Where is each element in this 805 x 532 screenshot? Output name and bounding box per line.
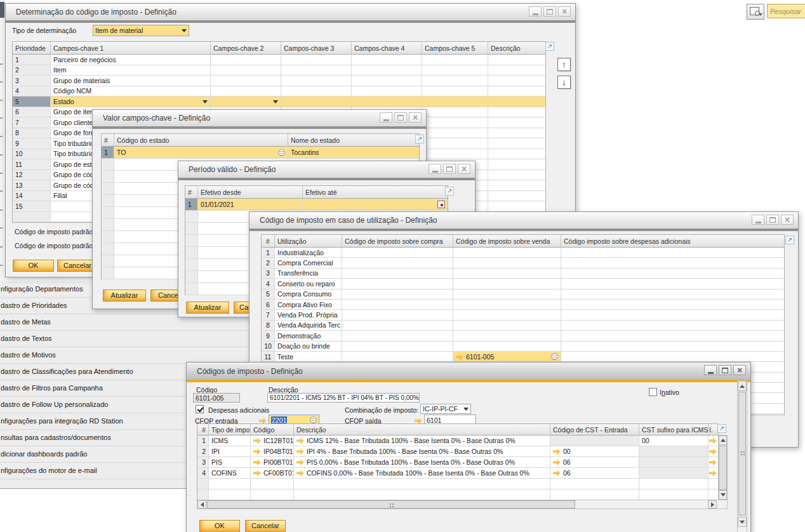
scrollbar-thumb[interactable] (207, 500, 575, 509)
table-row[interactable]: 2Item (13, 65, 545, 76)
expand-table-icon[interactable] (445, 187, 454, 196)
atualizar-button[interactable]: Atualizar (186, 302, 229, 314)
table-horizontal-scrollbar[interactable] (197, 500, 728, 509)
cancel-button[interactable]: Cancelar (245, 520, 286, 532)
maximize-button[interactable] (766, 215, 779, 225)
maximize-button[interactable] (719, 365, 731, 375)
venda-cell[interactable]: 6101-005 (453, 352, 561, 362)
expand-table-icon[interactable] (785, 236, 794, 244)
combinacao-imposto-dropdown[interactable]: IC-IP-PI-CF (420, 404, 471, 414)
link-arrow-icon[interactable] (709, 470, 717, 477)
table-row[interactable]: 2 IPI IP04BT01 IPI 4% - Base Tributada 1… (197, 446, 718, 457)
close-button[interactable] (409, 112, 422, 123)
link-arrow-icon[interactable] (253, 437, 261, 444)
minimize-button[interactable] (380, 112, 392, 123)
choose-from-list-icon[interactable] (551, 353, 558, 360)
table-row[interactable]: 9Demonstração (262, 331, 784, 341)
table-row[interactable]: 4Conserto ou reparo (262, 279, 784, 289)
titlebar[interactable]: Período válido - Definição (178, 161, 475, 178)
link-arrow-icon[interactable] (709, 437, 717, 444)
table-row-selected[interactable]: 1 TO Tocantins (102, 147, 419, 159)
col-header: Descrição (488, 42, 545, 55)
table-row[interactable]: 4 COFINS CF00BT01 COFINS 0,00% - Base Tr… (197, 468, 718, 479)
table-row[interactable] (197, 489, 718, 500)
close-button[interactable] (781, 215, 794, 225)
maximize-button[interactable] (443, 164, 456, 174)
table-row-selected[interactable]: 5 Estado (13, 96, 545, 107)
link-arrow-icon[interactable] (456, 353, 463, 360)
link-arrow-icon[interactable] (709, 448, 717, 455)
close-button[interactable] (558, 6, 571, 17)
minimize-button[interactable] (704, 365, 717, 375)
window-vertical-scrollbar[interactable] (737, 380, 747, 532)
table-row[interactable] (197, 479, 718, 489)
inativo-checkbox[interactable] (649, 388, 657, 396)
scroll-left-button[interactable] (197, 500, 206, 509)
close-button[interactable] (458, 164, 470, 174)
scrollbar-thumb[interactable] (719, 446, 727, 490)
maximize-button[interactable] (543, 6, 556, 17)
link-arrow-icon[interactable] (253, 459, 261, 466)
scrollbar-thumb[interactable] (738, 392, 746, 515)
atualizar-button[interactable]: Atualizar (103, 289, 146, 302)
table-row[interactable]: 5Compra Consumo (262, 289, 784, 300)
despesas-adicionais-checkbox[interactable] (196, 405, 204, 413)
descricao-field[interactable]: 6101/2201 - ICMS 12% BT - IPI 04% BT - P… (267, 393, 420, 402)
link-arrow-icon[interactable] (296, 470, 304, 477)
table-row[interactable]: 10Doação ou brinde (262, 342, 784, 352)
scroll-down-button[interactable] (738, 517, 747, 527)
close-button[interactable] (733, 365, 746, 375)
table-vertical-scrollbar[interactable] (718, 435, 728, 500)
expand-table-icon[interactable] (545, 42, 554, 51)
menu-item[interactable]: dastro de Textos (0, 331, 274, 347)
calendar-icon[interactable] (437, 201, 445, 208)
table-row[interactable]: 1 ICMS IC12BT01 ICMS 12% - Base Tributad… (197, 436, 718, 446)
scroll-up-button[interactable] (738, 381, 747, 391)
link-arrow-icon[interactable] (709, 459, 717, 466)
ok-button[interactable]: OK (13, 260, 54, 272)
titlebar[interactable]: Códigos de imposto - Definição (187, 362, 750, 380)
table-row-selected[interactable]: 1 01/01/2021 (185, 199, 448, 211)
table-row[interactable]: 1Parceiro de negócios (13, 55, 545, 65)
ok-button[interactable]: OK (199, 520, 240, 532)
search-menu-button[interactable] (747, 4, 764, 20)
link-arrow-icon[interactable] (553, 448, 561, 455)
table-row[interactable]: 3Grupo de materiais (13, 76, 545, 86)
move-row-down-button[interactable]: ↓ (557, 76, 571, 89)
choose-from-list-icon[interactable] (278, 149, 285, 156)
link-arrow-icon[interactable] (553, 459, 561, 466)
expand-table-icon[interactable] (415, 135, 424, 143)
titlebar[interactable]: Determinação do código de imposto - Defi… (6, 4, 575, 20)
scroll-up-button[interactable] (719, 436, 727, 445)
table-row[interactable]: 3 PIS PI00BT01 PIS 0,00% - Base Tributad… (197, 457, 718, 468)
table-row[interactable]: 7Venda Prod. Própria (262, 310, 784, 320)
link-arrow-icon[interactable] (296, 448, 304, 455)
table-row[interactable]: 3Transferência (262, 269, 784, 279)
minimize-button[interactable] (529, 6, 542, 17)
search-input[interactable] (767, 4, 805, 18)
move-row-up-button[interactable]: ↑ (557, 58, 571, 71)
chevron-down-icon[interactable] (273, 100, 278, 106)
tipo-determinacao-dropdown[interactable]: Item de material (93, 25, 189, 36)
chevron-down-icon[interactable] (203, 100, 208, 106)
maximize-button[interactable] (394, 112, 407, 123)
link-arrow-icon[interactable] (253, 448, 261, 455)
table-row[interactable]: 1Industrialização (262, 248, 784, 258)
minimize-button[interactable] (752, 215, 764, 225)
scroll-right-button[interactable] (708, 500, 717, 509)
table-row[interactable]: 4Código NCM (13, 86, 545, 97)
titlebar[interactable]: Valor campos-chave - Definição (93, 110, 426, 126)
table-row[interactable]: 11 Teste 6101-005 (262, 352, 784, 362)
link-arrow-icon[interactable] (253, 470, 261, 477)
link-arrow-icon[interactable] (296, 459, 304, 466)
link-arrow-icon[interactable] (553, 470, 561, 477)
table-row[interactable]: 6Compra Ativo Fixo (262, 300, 784, 310)
link-arrow-icon[interactable] (296, 437, 304, 444)
expand-table-icon[interactable] (717, 424, 726, 433)
choose-from-list-icon[interactable] (310, 416, 317, 423)
titlebar[interactable]: Código de imposto em caso de utilização … (249, 212, 798, 229)
minimize-button[interactable] (429, 164, 441, 174)
table-row[interactable]: 2Compra Comercial (262, 258, 784, 268)
table-row[interactable]: 8Venda Adquirida Terc (262, 321, 784, 331)
scroll-down-button[interactable] (719, 490, 727, 500)
